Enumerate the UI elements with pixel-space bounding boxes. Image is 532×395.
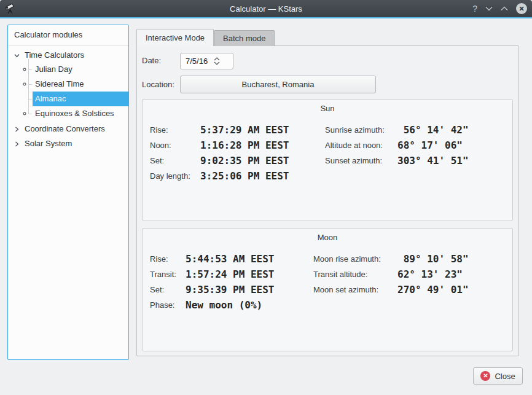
tree-item-label: Julian Day bbox=[35, 65, 72, 74]
chevron-down-icon[interactable] bbox=[14, 52, 20, 58]
sun-daylength-label: Day length: bbox=[150, 171, 200, 181]
tree-item-almanac[interactable]: Almanac bbox=[33, 92, 128, 106]
sun-set-value: 9:02:35 PM EEST bbox=[200, 155, 289, 166]
close-button-label: Close bbox=[495, 372, 515, 381]
moon-phase-label: Phase: bbox=[150, 300, 186, 310]
sun-set-row: Set: 9:02:35 PM EEST bbox=[150, 153, 289, 168]
sun-noon-row: Noon: 1:16:28 PM EEST bbox=[150, 138, 289, 153]
window-title: Calculator — KStars bbox=[0, 4, 532, 14]
moon-transit-label: Transit: bbox=[150, 270, 186, 279]
tree-item-label: Equinoxes & Solstices bbox=[35, 109, 114, 118]
sun-groupbox-title: Sun bbox=[143, 104, 512, 113]
sun-groupbox: Sun Rise: 5:37:29 AM EEST Noon: 1:16:28 … bbox=[142, 99, 513, 221]
sunset-azimuth-value: 303° 41' 51" bbox=[397, 155, 469, 166]
time-calculators-children: Julian Day Sidereal Time Almanac Equinox… bbox=[33, 62, 128, 121]
mode-tabbar: Interactive Mode Batch mode bbox=[136, 29, 275, 46]
moon-times-column: Rise: 5:44:53 AM EEST Transit: 1:57:24 P… bbox=[150, 251, 275, 313]
sunrise-azimuth-label: Sunrise azimuth: bbox=[325, 125, 397, 135]
calculator-window: Calculator — KStars ? ✕ Calculator modul… bbox=[0, 0, 532, 395]
sunrise-azimuth-value: 56° 14' 42" bbox=[397, 124, 469, 136]
sun-daylength-row: Day length: 3:25:06 PM EEST bbox=[150, 168, 289, 184]
window-controls: ? ✕ bbox=[472, 0, 527, 17]
moon-set-azimuth-value: 270° 49' 01" bbox=[397, 284, 469, 295]
spin-up-icon[interactable] bbox=[214, 57, 220, 61]
sun-rise-value: 5:37:29 AM EEST bbox=[200, 124, 289, 136]
moon-rise-azimuth-label: Moon rise azimuth: bbox=[313, 254, 397, 264]
chevron-right-icon[interactable] bbox=[14, 140, 20, 147]
moon-rise-label: Rise: bbox=[150, 254, 186, 264]
sun-set-label: Set: bbox=[150, 156, 200, 165]
chevron-right-icon[interactable] bbox=[14, 125, 20, 132]
minimize-button[interactable] bbox=[485, 6, 493, 11]
tab-batch-mode[interactable]: Batch mode bbox=[214, 30, 275, 46]
tree-item-coordinate-converters[interactable]: Coordinate Converters bbox=[8, 121, 128, 136]
moon-rise-azimuth-value: 89° 10' 58" bbox=[397, 253, 469, 265]
date-spinbox[interactable] bbox=[180, 53, 233, 69]
tree-item-label: Almanac bbox=[35, 94, 66, 103]
location-button[interactable]: Bucharest, Romania bbox=[180, 76, 376, 93]
date-label: Date: bbox=[142, 52, 161, 69]
moon-rise-azimuth-row: Moon rise azimuth: 89° 10' 58" bbox=[313, 251, 469, 267]
moon-transit-value: 1:57:24 PM EEST bbox=[186, 268, 275, 280]
tab-interactive-mode[interactable]: Interactive Mode bbox=[136, 29, 214, 46]
moon-set-azimuth-row: Moon set azimuth: 270° 49' 01" bbox=[313, 282, 469, 297]
dialog-close-icon: ✕ bbox=[480, 371, 490, 381]
tree-item-sidereal-time[interactable]: Sidereal Time bbox=[33, 77, 128, 92]
tree-item-julian-day[interactable]: Julian Day bbox=[33, 62, 128, 77]
sun-rise-row: Rise: 5:37:29 AM EEST bbox=[150, 122, 289, 138]
moon-set-value: 9:35:39 PM EEST bbox=[186, 284, 275, 295]
sun-noon-label: Noon: bbox=[150, 141, 200, 150]
sun-azimuth-column: Sunrise azimuth: 56° 14' 42" Altitude at… bbox=[325, 122, 469, 168]
moon-rise-value: 5:44:53 AM EEST bbox=[186, 253, 275, 265]
sunrise-azimuth-row: Sunrise azimuth: 56° 14' 42" bbox=[325, 122, 469, 138]
moon-set-azimuth-label: Moon set azimuth: bbox=[313, 285, 397, 294]
interactive-mode-pane: Date: Location: Bucharest, Romania Sun bbox=[136, 45, 519, 356]
close-button[interactable]: ✕ Close bbox=[473, 367, 523, 385]
date-input[interactable] bbox=[181, 57, 213, 66]
moon-phase-value: New moon (0%) bbox=[186, 299, 275, 311]
altitude-at-noon-value: 68° 17' 06" bbox=[397, 139, 469, 151]
tree-item-label: Solar System bbox=[25, 139, 72, 148]
close-window-button[interactable]: ✕ bbox=[516, 3, 527, 14]
moon-transit-altitude-label: Transit altitude: bbox=[313, 270, 397, 279]
sun-noon-value: 1:16:28 PM EEST bbox=[200, 139, 289, 151]
module-list-panel: Calculator modules Time Calculators Juli… bbox=[7, 25, 129, 360]
tree-item-equinoxes-solstices[interactable]: Equinoxes & Solstices bbox=[33, 106, 128, 121]
module-tree: Time Calculators Julian Day Sidereal Tim… bbox=[8, 46, 128, 151]
module-list-header: Calculator modules bbox=[8, 25, 128, 46]
titlebar: Calculator — KStars ? ✕ bbox=[0, 0, 532, 17]
moon-rise-row: Rise: 5:44:53 AM EEST bbox=[150, 251, 275, 267]
moon-set-label: Set: bbox=[150, 285, 186, 294]
altitude-at-noon-label: Altitude at noon: bbox=[325, 141, 397, 150]
location-label: Location: bbox=[142, 76, 174, 93]
sun-rise-label: Rise: bbox=[150, 125, 200, 135]
moon-groupbox-title: Moon bbox=[143, 233, 512, 242]
tree-item-label: Coordinate Converters bbox=[25, 124, 105, 133]
spin-down-icon[interactable] bbox=[214, 61, 220, 65]
altitude-at-noon-row: Altitude at noon: 68° 17' 06" bbox=[325, 138, 469, 153]
spinbox-arrows bbox=[214, 57, 220, 65]
moon-transit-altitude-value: 62° 13' 23" bbox=[397, 268, 469, 280]
tree-item-solar-system[interactable]: Solar System bbox=[8, 136, 128, 151]
moon-transit-row: Transit: 1:57:24 PM EEST bbox=[150, 267, 275, 282]
sunset-azimuth-row: Sunset azimuth: 303° 41' 51" bbox=[325, 153, 469, 168]
sunset-azimuth-label: Sunset azimuth: bbox=[325, 156, 397, 165]
maximize-button[interactable] bbox=[501, 6, 508, 11]
moon-transit-altitude-row: Transit altitude: 62° 13' 23" bbox=[313, 267, 469, 282]
moon-phase-row: Phase: New moon (0%) bbox=[150, 297, 275, 313]
tree-item-time-calculators[interactable]: Time Calculators bbox=[8, 47, 128, 62]
sun-daylength-value: 3:25:06 PM EEST bbox=[200, 170, 289, 182]
sun-times-column: Rise: 5:37:29 AM EEST Noon: 1:16:28 PM E… bbox=[150, 122, 289, 184]
tree-item-label: Time Calculators bbox=[25, 50, 84, 60]
moon-set-row: Set: 9:35:39 PM EEST bbox=[150, 282, 275, 297]
window-body: Calculator modules Time Calculators Juli… bbox=[0, 18, 532, 395]
moon-groupbox: Moon Rise: 5:44:53 AM EEST Transit: 1:57… bbox=[142, 228, 513, 351]
help-button[interactable]: ? bbox=[472, 0, 477, 17]
moon-azimuth-column: Moon rise azimuth: 89° 10' 58" Transit a… bbox=[313, 251, 469, 297]
tree-item-label: Sidereal Time bbox=[35, 79, 84, 88]
